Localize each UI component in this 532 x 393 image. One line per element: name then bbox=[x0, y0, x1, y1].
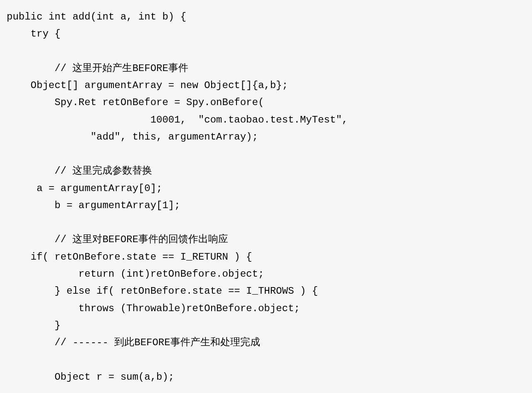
code-line: // 这里完成参数替换 bbox=[7, 165, 152, 177]
code-line: if( retOnBefore.state == I_RETURN ) { bbox=[7, 251, 252, 263]
code-line: 10001, "com.taobao.test.MyTest", bbox=[7, 114, 348, 125]
code-line: } else if( retOnBefore.state == I_THROWS… bbox=[7, 285, 318, 297]
code-line: // ------ 到此BEFORE事件产生和处理完成 bbox=[7, 337, 260, 348]
code-line: Object r = sum(a,b); bbox=[7, 371, 174, 383]
code-line: b = argumentArray[1]; bbox=[7, 200, 180, 211]
code-line: // 这里对BEFORE事件的回馈作出响应 bbox=[7, 234, 228, 245]
code-line: // 这里开始产生BEFORE事件 bbox=[7, 63, 188, 74]
code-line: public int add(int a, int b) { bbox=[7, 11, 186, 22]
code-line: Spy.Ret retOnBefore = Spy.onBefore( bbox=[7, 97, 264, 108]
code-line: Object[] argumentArray = new Object[]{a,… bbox=[7, 80, 288, 91]
code-line: ... bbox=[7, 388, 72, 393]
code-line: a = argumentArray[0]; bbox=[7, 183, 162, 194]
code-snippet: public int add(int a, int b) { try { // … bbox=[7, 8, 525, 393]
code-line: return (int)retOnBefore.object; bbox=[7, 268, 264, 280]
code-line: try { bbox=[7, 28, 61, 39]
code-line: } bbox=[7, 320, 61, 331]
code-line: throws (Throwable)retOnBefore.object; bbox=[7, 303, 300, 314]
code-line: "add", this, argumentArray); bbox=[7, 131, 258, 142]
